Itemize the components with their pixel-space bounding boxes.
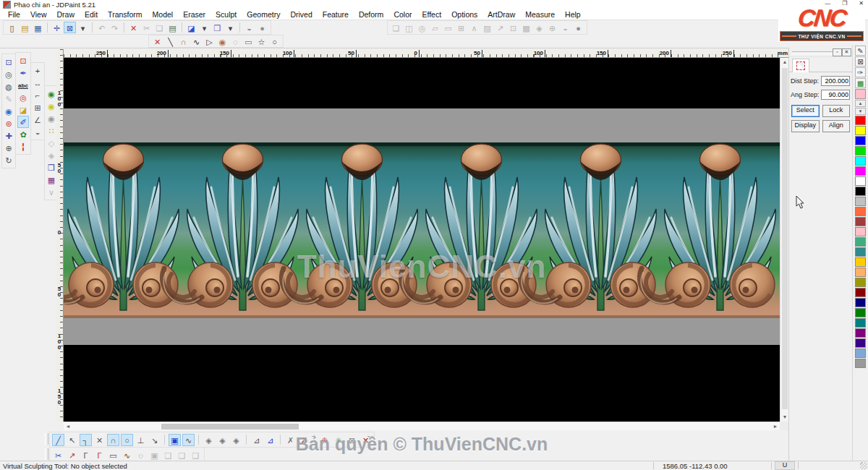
sketch-tool[interactable]: ✎ [3, 93, 14, 105]
toolbar-grip[interactable] [45, 433, 48, 445]
align-button[interactable]: Align [822, 120, 851, 132]
height-ruler-tool[interactable]: ╏ [17, 140, 29, 153]
menu-item[interactable]: Help [560, 10, 586, 19]
color-swatch[interactable] [855, 217, 866, 226]
center-circle-tool[interactable]: ◉ [216, 35, 229, 47]
color-swatch[interactable] [855, 318, 866, 328]
display-button[interactable]: Display [791, 120, 820, 132]
menu-item[interactable]: Geometry [242, 10, 285, 19]
delete-shape-button[interactable]: ✕ [151, 35, 163, 47]
current-color-swatch[interactable] [855, 89, 866, 99]
ang-step-field[interactable] [821, 90, 850, 100]
eyedropper-tool[interactable]: ✑ [855, 67, 866, 77]
stretch-button[interactable]: ▭ [442, 22, 454, 33]
node-edit-tool[interactable]: ✒ [17, 67, 29, 79]
new-file-button[interactable]: ▯ [6, 22, 18, 33]
color-swatch[interactable] [855, 288, 866, 297]
menu-item[interactable]: Eraser [178, 10, 210, 19]
relief-canvas[interactable]: ThuVienCNC.vn [64, 58, 780, 422]
menu-item[interactable]: Drived [285, 10, 317, 19]
menu-item[interactable]: Color [388, 10, 417, 19]
palette-scroll-up[interactable]: ▲ [855, 100, 866, 107]
menu-item[interactable]: ArtDraw [482, 10, 520, 19]
color-swatch[interactable] [855, 268, 866, 277]
open-file-button[interactable]: ▤ [19, 22, 31, 33]
light-yellow-toggle[interactable]: ◉ [46, 100, 57, 112]
menu-item[interactable]: Draw [52, 10, 80, 19]
rect-select-button[interactable]: ⊠ [64, 22, 76, 33]
relief-flat-preview-button[interactable]: ◒ [243, 22, 255, 33]
arc-tool[interactable]: ∩ [177, 35, 190, 47]
wave-deform-button[interactable]: ∧ [468, 22, 480, 33]
unit-badge[interactable]: U [775, 461, 795, 470]
grid-table-button[interactable]: ▦ [46, 174, 57, 186]
color-swatch[interactable] [855, 338, 866, 348]
color-swatch[interactable] [855, 308, 866, 317]
fly-view-tool[interactable]: ◉ [3, 105, 14, 117]
step-line-tool[interactable]: ⌐ [32, 89, 43, 101]
surface-color-button[interactable]: ◪ [185, 22, 197, 33]
relief-round-button[interactable]: ● [572, 22, 584, 33]
select-mode-dropdown[interactable]: ▾ [77, 22, 89, 33]
zoom-object-tool[interactable]: ◍ [3, 80, 14, 93]
marquee-select-tool[interactable]: ⊡ [17, 54, 29, 67]
pan-view-tool[interactable]: ✚ [3, 129, 14, 142]
color-swatch[interactable] [855, 278, 866, 287]
menu-item[interactable]: Deform [354, 10, 388, 19]
menu-item[interactable]: Transform [103, 10, 147, 19]
surface-color-dropdown[interactable]: ▾ [198, 22, 210, 33]
flip-horizontal-button[interactable]: ◇ [46, 137, 57, 149]
polyline-tool[interactable]: ▷ [203, 35, 216, 47]
color-swatch[interactable] [855, 146, 866, 155]
color-swatch[interactable] [855, 247, 866, 257]
color-swatch[interactable] [855, 197, 866, 206]
angle-measure-tool[interactable]: ∠ [32, 114, 43, 126]
smudge-tool[interactable]: ✿ [17, 128, 29, 140]
toolbar-grip[interactable] [45, 448, 48, 460]
horizontal-scrollbar[interactable]: ◄ ► [64, 422, 780, 430]
vertical-scroll-thumb[interactable] [782, 68, 788, 409]
circle-tool[interactable]: ○ [268, 35, 281, 47]
render-view-dropdown[interactable]: ▾ [224, 22, 237, 33]
text-tool[interactable]: abc [17, 79, 29, 91]
color-swatch[interactable] [855, 187, 866, 196]
add-point-tool[interactable]: + [32, 64, 43, 77]
eraser-tool[interactable]: ◪ [17, 103, 29, 116]
color-swatch[interactable] [855, 237, 866, 247]
color-swatch[interactable] [855, 116, 866, 125]
delete-button[interactable]: ✕ [127, 22, 140, 33]
redo-button[interactable]: ↷ [109, 22, 121, 33]
frame-scale-tool[interactable]: ⊞ [32, 101, 43, 114]
relief-dome-button[interactable]: ◒ [559, 22, 571, 33]
curve-tool[interactable]: ∿ [190, 35, 203, 47]
center-align-button[interactable]: ⊡ [507, 22, 519, 33]
color-swatch[interactable] [855, 227, 866, 236]
flip-vertical-button[interactable]: ◈ [46, 149, 57, 161]
pattern-fill-button[interactable]: ▩ [520, 22, 532, 33]
select-button[interactable]: Select [791, 105, 820, 117]
ellipse-tool[interactable]: ◌ [229, 35, 242, 47]
panel-restore-button[interactable]: ▫ [833, 48, 842, 56]
menu-item[interactable]: Model [148, 10, 179, 19]
color-swatch[interactable] [855, 207, 866, 216]
palette-scroll-down[interactable]: ▼ [855, 108, 866, 115]
horizontal-scroll-thumb[interactable] [161, 424, 299, 430]
measure-width-tool[interactable]: ↔ [32, 77, 43, 89]
menu-item[interactable]: Edit [80, 10, 103, 19]
path-deform-button[interactable]: ↗ [494, 22, 506, 33]
color-swatch[interactable] [855, 176, 866, 186]
render-region-tool[interactable]: ⊚ [3, 117, 14, 129]
paste-button[interactable]: ▤ [166, 22, 179, 33]
collapse-arrow-button[interactable]: ∨ [46, 186, 57, 198]
copy-offset-button[interactable]: ❏ [390, 22, 402, 33]
color-swatch[interactable] [855, 328, 866, 338]
relief-shaded-preview-button[interactable]: ● [256, 22, 268, 33]
move-origin-button[interactable]: ✛ [51, 22, 63, 33]
resize-grip[interactable] [860, 462, 867, 469]
scroll-left-arrow[interactable]: ◄ [64, 422, 72, 431]
cut-button[interactable]: ✂ [140, 22, 153, 33]
dist-step-field[interactable] [821, 76, 850, 86]
panel-close-button[interactable]: ✕ [842, 48, 851, 56]
rectangle-tool[interactable]: ▭ [242, 35, 255, 47]
menu-item[interactable]: Measure [520, 10, 560, 19]
